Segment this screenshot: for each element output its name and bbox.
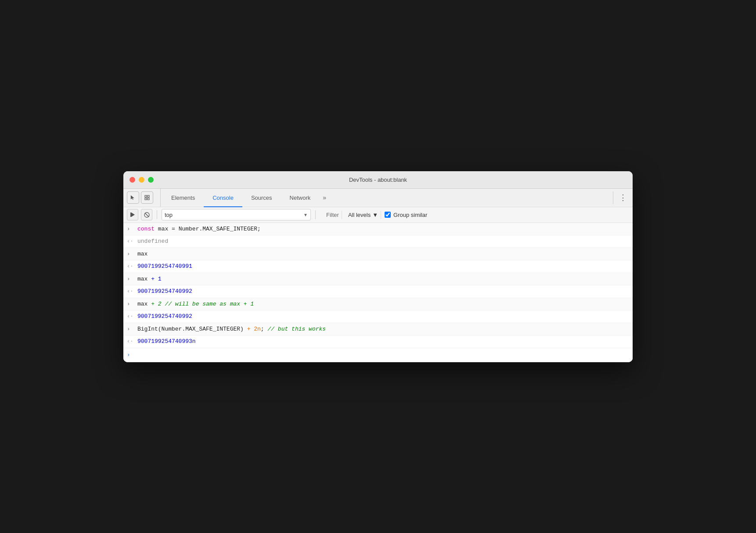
code-result: 9007199254740992: [137, 288, 192, 295]
context-value: top: [165, 212, 173, 218]
code-keyword: const: [137, 226, 155, 232]
input-prompt[interactable]: ›: [127, 325, 134, 333]
code-result: 9007199254740991: [137, 263, 192, 270]
tab-separator: [613, 191, 613, 204]
minimize-button[interactable]: [139, 177, 144, 183]
filter-separator: [315, 210, 316, 219]
code-result: 9007199254740992: [137, 313, 192, 320]
console-row: ‹· 9007199254740992: [123, 310, 633, 323]
output-prompt: ‹·: [127, 287, 134, 295]
levels-button[interactable]: All levels ▼: [346, 211, 381, 219]
row-content: 9007199254740992: [137, 312, 629, 321]
close-button[interactable]: [130, 177, 135, 183]
code-text: max: [137, 251, 148, 257]
code-comment: + 2 // will be same as max + 1: [151, 301, 254, 307]
maximize-button[interactable]: [148, 177, 154, 183]
group-similar-checkbox[interactable]: [385, 212, 391, 218]
code-number: + 2n: [247, 326, 261, 332]
tab-elements[interactable]: Elements: [162, 189, 204, 207]
row-content: BigInt(Number.MAX_SAFE_INTEGER) + 2n; //…: [137, 325, 629, 334]
toolbar-separator: [157, 210, 157, 219]
code-text: max: [137, 276, 151, 282]
console-output: › const max = Number.MAX_SAFE_INTEGER; ‹…: [123, 223, 633, 362]
window-title: DevTools - about:blank: [349, 176, 407, 183]
output-prompt: ‹·: [127, 337, 134, 346]
tabs: Elements Console Sources Network »: [162, 189, 609, 207]
input-prompt[interactable]: ›: [127, 300, 134, 308]
devtools-menu-button[interactable]: ⋮: [617, 191, 629, 204]
cursor-icon[interactable]: [127, 191, 139, 204]
console-row: › max + 2 // will be same as max + 1: [123, 298, 633, 311]
svg-rect-5: [130, 212, 131, 217]
console-row: › max + 1: [123, 273, 633, 286]
input-prompt[interactable]: ›: [127, 225, 134, 233]
output-prompt: ‹·: [127, 312, 134, 321]
svg-rect-3: [148, 198, 149, 200]
svg-rect-2: [145, 198, 147, 200]
console-row: ‹· 9007199254740992: [123, 285, 633, 298]
code-result: undefined: [137, 238, 168, 245]
console-row: ‹· 9007199254740991: [123, 260, 633, 273]
filter-section: Filter All levels ▼ Group similar: [324, 211, 427, 219]
svg-marker-4: [131, 212, 135, 217]
row-content: const max = Number.MAX_SAFE_INTEGER;: [137, 225, 629, 234]
traffic-lights: [130, 177, 154, 183]
code-result: 9007199254740993n: [137, 338, 196, 345]
console-row: › BigInt(Number.MAX_SAFE_INTEGER) + 2n; …: [123, 323, 633, 336]
group-similar-label: Group similar: [393, 212, 427, 218]
tab-bar: Elements Console Sources Network » ⋮: [123, 189, 633, 207]
svg-rect-0: [145, 195, 147, 197]
row-content: max + 1: [137, 275, 629, 284]
clear-console-button[interactable]: [141, 209, 152, 220]
console-row: ‹· undefined: [123, 235, 633, 248]
input-prompt[interactable]: ›: [127, 275, 134, 283]
levels-label: All levels: [348, 212, 371, 218]
console-input[interactable]: [133, 352, 629, 359]
output-prompt: ‹·: [127, 262, 134, 270]
run-script-button[interactable]: [127, 209, 138, 220]
input-prompt[interactable]: ›: [127, 250, 134, 258]
svg-line-7: [145, 213, 149, 217]
input-chevron-icon: ›: [127, 351, 130, 359]
row-content: undefined: [137, 237, 629, 246]
console-row: › const max = Number.MAX_SAFE_INTEGER;: [123, 223, 633, 236]
code-operator: + 1: [151, 276, 161, 282]
row-content: max: [137, 250, 629, 259]
svg-rect-1: [148, 195, 149, 197]
row-content: 9007199254740993n: [137, 337, 629, 346]
row-content: max + 2 // will be same as max + 1: [137, 300, 629, 309]
output-prompt: ‹·: [127, 237, 134, 245]
code-text: max: [137, 301, 151, 307]
tab-console[interactable]: Console: [204, 189, 242, 207]
context-selector[interactable]: top ▼: [162, 209, 311, 220]
devtools-window: DevTools - about:blank Elements: [123, 171, 633, 362]
row-content: 9007199254740992: [137, 287, 629, 296]
tab-icons: [127, 189, 161, 207]
code-text: ;: [261, 326, 268, 332]
levels-dropdown-arrow: ▼: [372, 212, 378, 218]
console-toolbar: top ▼ Filter All levels ▼ Group similar: [123, 207, 633, 223]
filter-label: Filter: [324, 211, 342, 219]
code-comment: // but this works: [267, 326, 326, 332]
code-text: BigInt(Number.MAX_SAFE_INTEGER): [137, 326, 247, 332]
inspect-icon[interactable]: [141, 191, 153, 204]
code-text: max = Number.MAX_SAFE_INTEGER;: [158, 226, 261, 232]
console-row: › max: [123, 248, 633, 261]
console-row: ‹· 9007199254740993n: [123, 335, 633, 348]
group-similar-toggle: Group similar: [385, 212, 427, 218]
tab-sources[interactable]: Sources: [242, 189, 281, 207]
tab-network[interactable]: Network: [281, 189, 320, 207]
more-tabs-button[interactable]: »: [319, 189, 330, 207]
console-input-row[interactable]: ›: [123, 348, 633, 362]
context-dropdown-arrow: ▼: [303, 212, 308, 217]
title-bar: DevTools - about:blank: [123, 171, 633, 189]
row-content: 9007199254740991: [137, 262, 629, 271]
